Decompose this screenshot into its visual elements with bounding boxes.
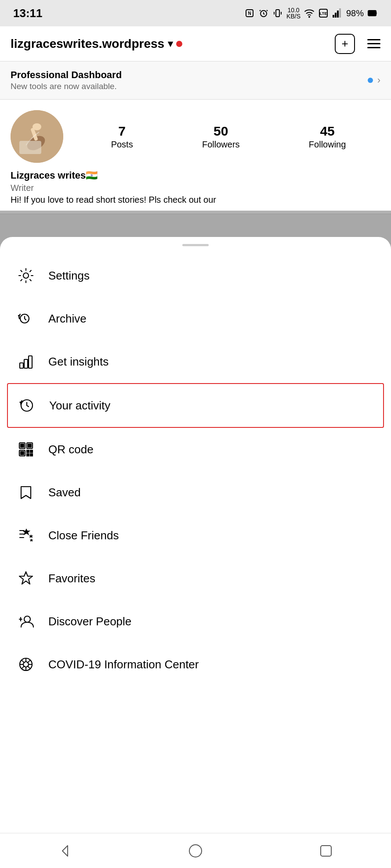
saved-icon (16, 482, 36, 502)
profile-name: Lizgraces writes🇮🇳 (11, 170, 380, 181)
menu-line-3 (367, 47, 380, 48)
back-icon (57, 843, 73, 859)
close-friends-icon (16, 525, 36, 545)
svg-point-47 (189, 845, 202, 857)
pro-dashboard-text: Professional Dashboard New tools are now… (11, 69, 122, 91)
svg-rect-3 (276, 10, 279, 17)
blue-dot-indicator (368, 78, 373, 83)
status-bar: 13:11 N 10.0KB/S LTE (0, 0, 391, 26)
pro-dashboard-banner[interactable]: Professional Dashboard New tools are now… (0, 61, 391, 100)
your-activity-label: Your activity (49, 399, 110, 412)
plus-icon: + (341, 37, 348, 50)
chevron-right-icon: › (377, 75, 380, 86)
close-friends-label: Close Friends (48, 529, 119, 542)
account-name-container[interactable]: lizgraceswrites.wordpress ▾ (11, 37, 335, 51)
posts-label: Posts (111, 140, 133, 150)
menu-item-qr-code[interactable]: QR code (0, 428, 391, 471)
stats-row: 7 Posts 50 Followers 45 Following (76, 124, 380, 150)
archive-icon (16, 308, 36, 329)
discover-icon (16, 611, 36, 631)
svg-marker-40 (19, 572, 33, 584)
svg-rect-25 (21, 444, 24, 447)
covid-icon (16, 654, 36, 674)
svg-rect-33 (30, 454, 33, 456)
svg-rect-21 (24, 359, 28, 368)
menu-item-your-activity[interactable]: Your activity (7, 383, 384, 428)
posts-count: 7 (118, 124, 126, 139)
menu-item-settings[interactable]: Settings (0, 254, 391, 297)
account-name-text: lizgraceswrites.wordpress (11, 37, 164, 51)
following-count: 45 (320, 124, 334, 139)
menu-item-covid[interactable]: COVID-19 Information Center (0, 643, 391, 686)
top-nav: lizgraceswrites.wordpress ▾ + (0, 26, 391, 61)
home-icon (188, 843, 203, 859)
covid-label: COVID-19 Information Center (48, 658, 199, 671)
svg-marker-38 (29, 534, 33, 538)
menu-item-archive[interactable]: Archive (0, 297, 391, 340)
svg-rect-8 (335, 13, 337, 18)
menu-item-discover-people[interactable]: Discover People (0, 600, 391, 643)
bottom-sheet: Settings Archive Get insights Your activ… (0, 237, 391, 868)
menu-item-get-insights[interactable]: Get insights (0, 340, 391, 383)
avatar[interactable] (11, 110, 63, 163)
bottom-nav (0, 833, 391, 868)
following-stat[interactable]: 45 Following (309, 124, 346, 150)
saved-label: Saved (48, 486, 81, 499)
menu-item-favorites[interactable]: Favorites (0, 557, 391, 600)
settings-icon (16, 265, 36, 286)
lte-icon: LTE (318, 8, 329, 18)
favorites-label: Favorites (48, 572, 95, 585)
svg-rect-12 (369, 11, 376, 15)
battery-text: 98% (346, 8, 364, 18)
profile-bio: Hi! If you love to read short stories! P… (11, 195, 380, 205)
status-time: 13:11 (13, 7, 43, 20)
home-button[interactable] (182, 838, 209, 864)
svg-rect-22 (29, 356, 32, 368)
data-speed: 10.0KB/S (286, 7, 300, 19)
svg-rect-48 (321, 846, 331, 856)
settings-label: Settings (48, 269, 90, 283)
chevron-down-icon: ▾ (168, 38, 173, 50)
svg-text:LTE: LTE (320, 11, 327, 16)
hamburger-menu-button[interactable] (367, 39, 380, 48)
followers-count: 50 (214, 124, 228, 139)
posts-stat[interactable]: 7 Posts (111, 124, 133, 150)
following-label: Following (309, 140, 346, 150)
svg-point-4 (309, 17, 310, 18)
archive-label: Archive (48, 312, 87, 326)
battery-icon (367, 8, 378, 18)
favorites-icon (16, 568, 36, 588)
svg-rect-10 (339, 8, 341, 18)
menu-item-close-friends[interactable]: Close Friends (0, 514, 391, 557)
notification-dot (176, 41, 182, 47)
svg-rect-31 (30, 450, 33, 452)
svg-point-16 (33, 123, 41, 130)
nav-icons: + (335, 34, 380, 54)
insights-icon (16, 352, 36, 372)
menu-line-2 (367, 43, 380, 44)
recents-icon (318, 843, 334, 859)
menu-list: Settings Archive Get insights Your activ… (0, 250, 391, 690)
avatar-image (11, 110, 63, 163)
qr-icon (16, 439, 36, 459)
sheet-handle-bar (182, 244, 209, 246)
discover-people-label: Discover People (48, 615, 131, 628)
pro-dashboard-subtitle: New tools are now available. (11, 82, 122, 91)
svg-point-41 (24, 616, 30, 622)
new-post-button[interactable]: + (335, 34, 355, 54)
svg-marker-39 (30, 539, 33, 542)
recents-button[interactable] (313, 838, 339, 864)
alarm-icon (258, 8, 269, 18)
followers-stat[interactable]: 50 Followers (202, 124, 240, 150)
svg-rect-17 (19, 141, 41, 154)
profile-role: Writer (11, 183, 380, 193)
menu-item-saved[interactable]: Saved (0, 471, 391, 514)
svg-rect-32 (27, 454, 29, 456)
status-icons: N 10.0KB/S LTE (244, 7, 378, 19)
sheet-handle (0, 237, 391, 250)
wifi-icon (304, 8, 315, 18)
back-button[interactable] (52, 838, 78, 864)
menu-line-1 (367, 39, 380, 40)
svg-rect-20 (20, 363, 23, 368)
qr-code-label: QR code (48, 443, 94, 456)
